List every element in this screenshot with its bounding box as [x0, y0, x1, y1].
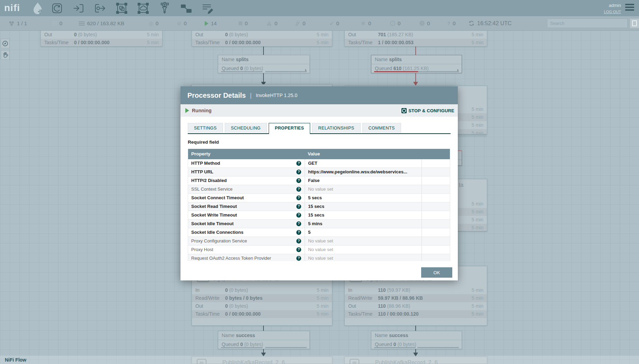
property-name: Request OAuth2 Access Token Provider [191, 256, 271, 261]
processor-top-middle[interactable]: Out0 (0 bytes)5 minTasks/Time0 / 00:00:0… [192, 30, 332, 47]
nifi-application-window: nifi admin LOG OUT 1 / 1 [0, 0, 639, 364]
property-name: Socket Connect Timeout [191, 195, 244, 200]
up-to-date-status: ✓0 [330, 16, 339, 30]
help-icon[interactable]: ? [296, 195, 301, 200]
remote-process-group-icon[interactable] [137, 2, 150, 15]
process-group-icon[interactable] [115, 2, 128, 15]
transmitting-status: ◎0 [149, 16, 158, 30]
help-icon[interactable]: ? [296, 204, 301, 209]
required-field-note: Required field [188, 140, 451, 145]
property-actions-cell [422, 185, 450, 193]
tab-comments[interactable]: COMMENTS [362, 123, 401, 133]
ok-button[interactable]: OK [421, 267, 452, 278]
property-name: SSL Context Service [191, 186, 232, 192]
property-value: 15 secs [305, 202, 422, 211]
disabled-icon [295, 21, 300, 26]
connection-name: splits [236, 57, 249, 62]
connection-label-success-left[interactable]: Name success Queued 0 (0 bytes) [218, 331, 310, 349]
processor-top-left[interactable]: Out0 (0 bytes)5 minTasks/Time0 / 00:00:0… [40, 30, 163, 47]
sync-failure-status: ?0 [447, 16, 456, 30]
search-input[interactable] [547, 19, 633, 28]
transmitting-icon: ◎ [149, 21, 153, 26]
property-row: HTTP/2 Disabled?False [188, 176, 450, 185]
processor-top-right[interactable]: Out701 (185.27 KB)5 minTasks/Time1 / 00:… [344, 30, 487, 47]
property-name: Socket Read Timeout [191, 204, 237, 209]
property-value: No value set [305, 246, 422, 254]
running-state-label: Running [192, 108, 212, 113]
property-name: HTTP URL [191, 169, 213, 174]
dialog-subtitle: InvokeHTTP 1.25.0 [256, 93, 297, 98]
property-value: 5 mins [305, 220, 422, 228]
queued-count: 0 [393, 342, 396, 347]
navigate-palette-button[interactable] [1, 39, 10, 48]
help-icon[interactable]: ? [296, 239, 301, 243]
dialog-title: Processor Details [187, 92, 246, 99]
help-icon[interactable]: ? [296, 230, 301, 235]
logout-link[interactable]: LOG OUT [604, 10, 621, 14]
bulletin-board-button[interactable] [630, 19, 639, 28]
tab-scheduling[interactable]: SCHEDULING [225, 123, 267, 133]
template-icon[interactable] [179, 2, 193, 15]
processor-icon[interactable] [50, 2, 64, 15]
property-row: Socket Write Timeout?15 secs [188, 211, 450, 220]
property-name: HTTP/2 Disabled [191, 178, 227, 183]
output-port-icon[interactable] [93, 2, 106, 15]
property-name: HTTP Method [191, 161, 220, 166]
label-icon[interactable] [201, 2, 214, 15]
connection-name-label: Name [222, 333, 234, 338]
property-row: Request OAuth2 Access Token Provider?No … [188, 254, 450, 261]
processor-stat-row: Tasks/Time0 / 00:00:00.0005 min [41, 39, 162, 47]
property-row: Socket Read Timeout?15 secs [188, 202, 450, 211]
processor-stat-row: In0 (0 bytes)5 min [192, 286, 332, 294]
properties-table: Property Value HTTP Method?GETHTTP URL?h… [188, 149, 450, 261]
connection-label-splits-right[interactable]: Name splits Queued 610 (161.25 KB)◑ [371, 55, 462, 73]
connection-name-label: Name [375, 333, 388, 338]
help-icon[interactable]: ? [296, 256, 301, 261]
operate-palette-button[interactable] [1, 50, 10, 60]
tab-relationships[interactable]: RELATIONSHIPS [312, 123, 360, 133]
dialog-header: Processor Details | InvokeHTTP 1.25.0 [180, 86, 458, 104]
funnel-icon[interactable] [158, 2, 171, 15]
tab-properties[interactable]: PROPERTIES [269, 123, 311, 134]
value-column-header: Value [305, 149, 422, 159]
help-icon[interactable]: ? [296, 178, 301, 183]
processor-name-fragment: ta [459, 182, 463, 188]
breadcrumb[interactable]: NiFi Flow [5, 357, 26, 363]
input-port-icon[interactable] [72, 2, 85, 15]
help-icon[interactable]: ? [296, 161, 301, 166]
property-row: HTTP URL?https://www.pegelonline.wsv.de/… [188, 168, 450, 176]
disabled-status: 0 [295, 16, 305, 30]
queued-icon [79, 21, 85, 26]
processor-stat-row: Read/Write59.97 KB / 88.96 KB5 min [345, 294, 487, 302]
global-menu-icon[interactable] [625, 4, 634, 12]
connection-label-success-right[interactable]: Name success Queued 0 (0 bytes) [371, 331, 462, 349]
property-value: GET [305, 159, 422, 167]
locally-modified-stale-icon: ! [419, 21, 425, 26]
connection-arrow-icon [413, 82, 418, 86]
property-row: Socket Idle Connections?5 [188, 228, 450, 237]
help-icon[interactable]: ? [296, 221, 301, 226]
property-actions-cell [422, 194, 450, 202]
load-balance-icon: ◑ [456, 66, 459, 74]
stale-icon: ↑ [390, 21, 395, 26]
queued-status: 620 / 163.82 KB [79, 16, 124, 30]
connection-name: success [236, 333, 255, 338]
cluster-status: 1 / 1 [9, 16, 27, 30]
property-value: 15 secs [305, 211, 422, 219]
help-icon[interactable]: ? [296, 170, 301, 174]
help-icon[interactable]: ? [296, 187, 301, 192]
queued-label: Queued [222, 342, 239, 347]
nifi-logo: nifi [4, 2, 20, 13]
last-refresh-time: 16:52:42 UTC [477, 20, 512, 27]
tab-settings[interactable]: SETTINGS [188, 123, 223, 133]
property-value: 5 secs [305, 194, 422, 202]
connection-label-splits-left[interactable]: Name splits Queued 0 (0 bytes)◑ [218, 55, 310, 73]
running-icon [205, 21, 209, 26]
queued-size: (0 bytes) [244, 342, 263, 347]
active-threads-status: 0 [52, 16, 62, 30]
help-icon[interactable]: ? [296, 213, 301, 218]
queued-size: (0 bytes) [397, 342, 416, 347]
refresh-icon[interactable] [469, 20, 474, 26]
help-icon[interactable]: ? [296, 247, 301, 252]
stop-and-configure-button[interactable]: STOP & CONFIGURE [401, 104, 454, 117]
